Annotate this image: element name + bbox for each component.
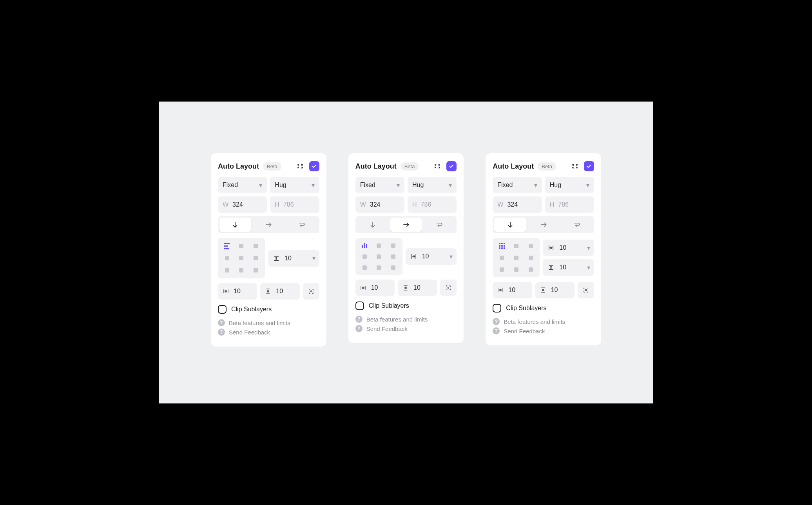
send-feedback-label: Send Feedback	[504, 328, 545, 334]
beta-features-label: Beta features and limits	[229, 320, 290, 326]
direction-right-button[interactable]	[253, 218, 285, 232]
height-value: 786	[283, 201, 294, 208]
send-feedback-link[interactable]: ? Send Feedback	[218, 329, 319, 336]
clip-sublayers-row[interactable]: Clip Sublayers	[355, 302, 457, 310]
svg-rect-22	[500, 289, 501, 291]
padding-horizontal-input[interactable]: 10	[355, 280, 395, 296]
collapse-icon[interactable]	[432, 161, 442, 171]
alignment-grid[interactable]	[355, 238, 402, 275]
width-mode-label: Fixed	[497, 182, 513, 189]
width-mode-select[interactable]: Fixed ▾	[355, 177, 404, 193]
direction-segmented	[355, 216, 457, 233]
width-value: 324	[507, 201, 518, 208]
beta-badge: Beta	[538, 162, 556, 171]
height-input[interactable]: H 786	[408, 196, 457, 213]
direction-down-button[interactable]	[494, 218, 526, 232]
width-input[interactable]: W 324	[218, 196, 267, 213]
svg-rect-17	[448, 287, 449, 289]
gap-horizontal-input[interactable]: 10 ▾	[543, 240, 594, 256]
width-value: 324	[232, 201, 243, 208]
panel-title: Auto Layout	[218, 162, 259, 171]
beta-badge: Beta	[263, 162, 281, 171]
height-prefix: H	[412, 201, 417, 208]
height-mode-select[interactable]: Hug ▾	[408, 177, 457, 193]
width-prefix: W	[497, 201, 503, 208]
padding-vertical-input[interactable]: 10	[535, 282, 575, 298]
alignment-grid[interactable]	[493, 238, 540, 277]
padding-horizontal-icon	[359, 285, 367, 291]
height-mode-select[interactable]: Hug ▾	[545, 177, 594, 193]
caret-down-icon: ▾	[312, 254, 315, 262]
padding-v-value: 10	[276, 288, 283, 295]
clip-sublayers-checkbox[interactable]	[355, 302, 364, 310]
width-input[interactable]: W 324	[355, 196, 404, 213]
padding-horizontal-input[interactable]: 10	[493, 282, 532, 298]
clip-sublayers-label: Clip Sublayers	[506, 305, 546, 312]
direction-wrap-button[interactable]	[286, 218, 318, 232]
gap-vertical-input[interactable]: 10 ▾	[543, 259, 594, 276]
height-mode-label: Hug	[412, 182, 424, 189]
direction-down-button[interactable]	[219, 218, 251, 232]
caret-down-icon: ▾	[450, 253, 453, 260]
gap-vertical-icon	[547, 264, 555, 271]
panel-title: Auto Layout	[355, 162, 397, 171]
direction-right-button[interactable]	[527, 218, 559, 232]
beta-features-link[interactable]: ? Beta features and limits	[493, 318, 594, 325]
clip-sublayers-label: Clip Sublayers	[231, 306, 272, 313]
align-top-left-icon	[362, 243, 367, 248]
gap-horizontal-icon	[547, 244, 555, 251]
send-feedback-link[interactable]: ? Send Feedback	[493, 327, 594, 334]
padding-horizontal-input[interactable]: 10	[218, 283, 257, 300]
padding-expand-button[interactable]	[303, 283, 319, 300]
padding-vertical-icon	[264, 288, 272, 294]
enabled-toggle[interactable]	[309, 161, 319, 171]
width-mode-select[interactable]: Fixed ▾	[493, 177, 542, 193]
caret-down-icon: ▾	[397, 182, 400, 189]
height-mode-select[interactable]: Hug ▾	[270, 177, 319, 193]
beta-features-link[interactable]: ? Beta features and limits	[218, 319, 319, 326]
clip-sublayers-checkbox[interactable]	[493, 304, 501, 312]
clip-sublayers-checkbox[interactable]	[218, 305, 227, 314]
direction-down-button[interactable]	[357, 218, 389, 232]
height-value: 786	[421, 201, 431, 208]
gap-vertical-input[interactable]: 10 ▾	[268, 250, 319, 267]
height-input[interactable]: H 786	[270, 196, 319, 213]
auto-layout-panel: Auto Layout Beta Fixed ▾ Hug ▾ W 324	[211, 153, 326, 347]
padding-h-value: 10	[234, 288, 241, 295]
height-input[interactable]: H 786	[545, 196, 594, 213]
send-feedback-label: Send Feedback	[229, 329, 270, 336]
caret-down-icon: ▾	[312, 182, 315, 189]
send-feedback-label: Send Feedback	[366, 325, 408, 332]
padding-expand-button[interactable]	[578, 282, 594, 298]
width-mode-select[interactable]: Fixed ▾	[218, 177, 267, 193]
height-value: 786	[558, 201, 569, 208]
beta-features-label: Beta features and limits	[504, 318, 565, 325]
collapse-icon[interactable]	[295, 161, 305, 171]
padding-expand-button[interactable]	[440, 280, 457, 296]
svg-rect-7	[267, 291, 269, 292]
width-input[interactable]: W 324	[493, 196, 542, 213]
height-prefix: H	[550, 201, 555, 208]
gap-horizontal-input[interactable]: 10 ▾	[406, 248, 457, 265]
svg-rect-16	[405, 287, 406, 289]
panel-title: Auto Layout	[493, 162, 534, 171]
svg-rect-8	[310, 291, 312, 292]
collapse-icon[interactable]	[570, 161, 580, 171]
enabled-toggle[interactable]	[584, 161, 594, 171]
beta-features-link[interactable]: ? Beta features and limits	[355, 316, 457, 323]
height-mode-label: Hug	[275, 182, 286, 189]
clip-sublayers-row[interactable]: Clip Sublayers	[493, 304, 594, 312]
padding-horizontal-icon	[222, 288, 230, 294]
width-prefix: W	[360, 201, 366, 208]
send-feedback-link[interactable]: ? Send Feedback	[355, 325, 457, 332]
gap-horizontal-icon	[410, 253, 418, 260]
height-mode-label: Hug	[550, 182, 561, 189]
direction-wrap-button[interactable]	[561, 218, 593, 232]
direction-right-button[interactable]	[390, 218, 422, 232]
alignment-grid[interactable]	[218, 238, 265, 278]
direction-wrap-button[interactable]	[423, 218, 455, 232]
enabled-toggle[interactable]	[446, 161, 457, 171]
padding-vertical-input[interactable]: 10	[260, 283, 299, 300]
padding-vertical-input[interactable]: 10	[398, 280, 437, 296]
clip-sublayers-row[interactable]: Clip Sublayers	[218, 305, 319, 314]
